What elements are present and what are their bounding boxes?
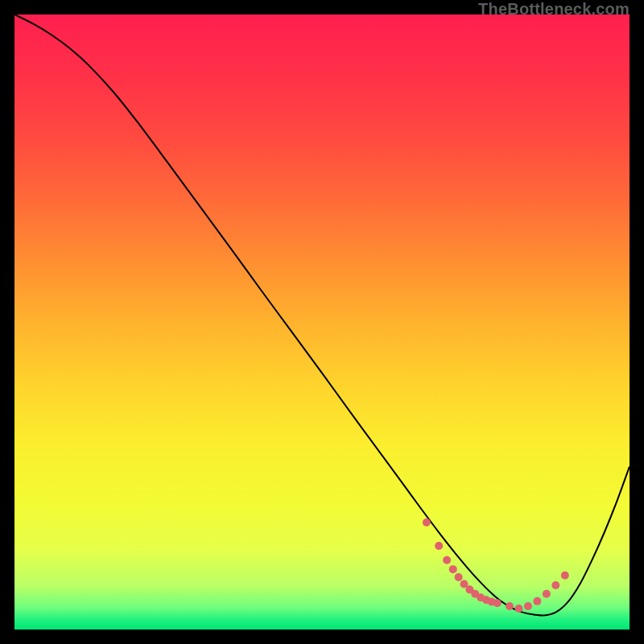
marker-point: [506, 602, 514, 610]
marker-point: [551, 581, 559, 589]
chart-svg: [14, 14, 630, 630]
gradient-background: [14, 14, 630, 630]
watermark: TheBottleneck.com: [478, 0, 630, 19]
marker-point: [543, 590, 551, 598]
marker-point: [514, 605, 522, 613]
marker-point: [455, 573, 463, 581]
marker-point: [435, 542, 443, 550]
marker-point: [493, 599, 502, 607]
marker-point: [533, 597, 541, 605]
marker-point: [423, 518, 431, 526]
marker-point: [524, 602, 532, 610]
marker-point: [443, 556, 451, 564]
plot-area: [14, 14, 630, 630]
marker-point: [449, 565, 457, 573]
marker-point: [561, 572, 569, 580]
chart-container: TheBottleneck.com: [0, 0, 644, 644]
